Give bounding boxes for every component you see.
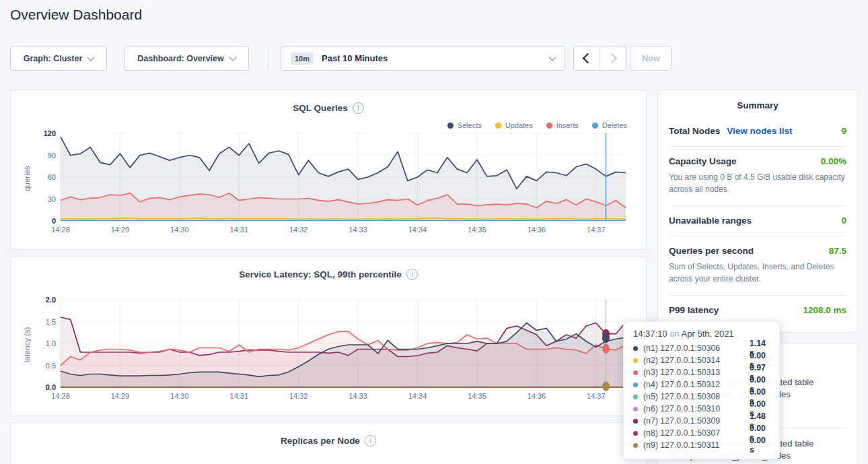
chevron-left-icon xyxy=(583,53,593,64)
svg-text:2.0: 2.0 xyxy=(46,296,56,304)
svg-text:14:32: 14:32 xyxy=(289,226,308,234)
svg-text:14:31: 14:31 xyxy=(230,392,249,400)
svg-text:60: 60 xyxy=(48,173,56,181)
chart-title: Service Latency: SQL, 99th percentile xyxy=(239,269,402,279)
svg-text:1.5: 1.5 xyxy=(46,318,56,326)
sql-queries-plot[interactable]: 14:2814:2914:3014:3114:3214:3314:3414:35… xyxy=(22,128,641,236)
series-dot-icon xyxy=(633,407,638,411)
svg-text:14:30: 14:30 xyxy=(170,226,189,234)
time-prev-button[interactable] xyxy=(574,46,600,70)
tooltip-timestamp: 14:37:10 on Apr 5th, 2021 xyxy=(633,329,770,339)
svg-text:14:33: 14:33 xyxy=(349,392,367,400)
chevron-down-icon xyxy=(87,53,95,61)
svg-text:1.0: 1.0 xyxy=(46,339,56,347)
series-dot-icon xyxy=(633,370,638,375)
svg-text:14:34: 14:34 xyxy=(408,226,427,234)
svg-text:14:32: 14:32 xyxy=(289,392,308,400)
chevron-down-icon xyxy=(229,53,236,61)
svg-text:0: 0 xyxy=(52,217,56,225)
svg-text:14:34: 14:34 xyxy=(408,392,427,400)
queries-per-second-value: 87.5 xyxy=(829,246,846,256)
time-range-label: Past 10 Minutes xyxy=(322,53,388,63)
series-dot-icon xyxy=(633,383,638,387)
now-button[interactable]: Now xyxy=(630,46,672,71)
time-range-badge: 10m xyxy=(291,53,314,65)
series-dot-icon xyxy=(633,346,638,351)
svg-text:14:35: 14:35 xyxy=(468,226,486,234)
svg-text:14:35: 14:35 xyxy=(468,392,486,400)
chevron-down-icon xyxy=(548,53,556,61)
service-latency-chart-panel: Service Latency: SQL, 99th percentile la… xyxy=(10,256,647,416)
svg-text:14:29: 14:29 xyxy=(111,226,130,234)
chart-hover-tooltip: 14:37:10 on Apr 5th, 2021 (n1) 127.0.0.1… xyxy=(623,321,780,459)
svg-text:14:36: 14:36 xyxy=(528,226,546,234)
info-icon[interactable] xyxy=(353,102,364,114)
svg-text:30: 30 xyxy=(48,195,56,203)
info-icon[interactable] xyxy=(365,435,376,446)
svg-text:90: 90 xyxy=(48,152,56,160)
total-nodes-value: 9 xyxy=(841,126,846,136)
sql-queries-chart-panel: SQL Queries Selects Updates Inserts Dele… xyxy=(10,90,647,250)
time-next-button[interactable] xyxy=(600,46,626,70)
time-range-selector[interactable]: 10m Past 10 Minutes xyxy=(281,46,565,71)
graph-dropdown[interactable]: Graph: Cluster xyxy=(10,46,107,71)
svg-text:14:28: 14:28 xyxy=(51,226,70,234)
svg-text:14:30: 14:30 xyxy=(170,392,189,400)
series-dot-icon xyxy=(633,358,638,363)
tooltip-row: (n9) 127.0.0.1:503110.00 s xyxy=(633,439,770,451)
summary-row-capacity-usage: Capacity Usage 0.00% You are using 0 B o… xyxy=(669,147,846,206)
svg-text:14:36: 14:36 xyxy=(528,392,546,400)
series-dot-icon xyxy=(633,443,638,448)
unavailable-ranges-value: 0 xyxy=(841,216,846,226)
summary-panel: Summary Total Nodes View nodes list 9 Ca… xyxy=(657,90,858,333)
summary-row-unavailable-ranges: Unavailable ranges 0 xyxy=(669,206,846,236)
svg-text:14:28: 14:28 xyxy=(51,392,70,400)
summary-title: Summary xyxy=(669,90,846,117)
graph-dropdown-label: Graph: Cluster xyxy=(24,54,83,63)
svg-text:14:33: 14:33 xyxy=(349,226,367,234)
svg-text:14:29: 14:29 xyxy=(111,392,130,400)
dashboard-dropdown-label: Dashboard: Overview xyxy=(137,54,224,63)
chart-title: SQL Queries xyxy=(293,103,348,113)
replicas-per-node-chart-panel: Replicas per Node xyxy=(10,422,647,464)
time-nav-group xyxy=(573,46,626,71)
svg-text:14:31: 14:31 xyxy=(230,226,249,234)
series-dot-icon xyxy=(633,395,638,399)
chevron-right-icon xyxy=(607,53,618,64)
chart-title: Replicas per Node xyxy=(281,436,360,446)
svg-text:14:37: 14:37 xyxy=(587,226,606,234)
dashboard-dropdown[interactable]: Dashboard: Overview xyxy=(124,46,249,71)
svg-text:0.5: 0.5 xyxy=(46,362,56,370)
service-latency-plot[interactable]: 14:2814:2914:3014:3114:3214:3314:3414:35… xyxy=(22,294,641,402)
summary-row-total-nodes: Total Nodes View nodes list 9 xyxy=(669,117,846,147)
info-icon[interactable] xyxy=(406,269,418,280)
p99-latency-value: 1208.0 ms xyxy=(803,305,846,315)
page-title: Overview Dashboard xyxy=(10,7,142,23)
svg-text:14:37: 14:37 xyxy=(587,392,606,400)
svg-text:0.0: 0.0 xyxy=(46,383,56,391)
svg-text:120: 120 xyxy=(44,129,56,137)
series-dot-icon xyxy=(633,419,638,424)
summary-row-queries-per-second: Queries per second 87.5 Sum of Selects, … xyxy=(669,236,846,296)
series-dot-icon xyxy=(633,431,638,436)
view-nodes-list-link[interactable]: View nodes list xyxy=(727,126,792,136)
capacity-usage-value: 0.00% xyxy=(821,156,846,166)
controls-divider xyxy=(268,47,268,69)
